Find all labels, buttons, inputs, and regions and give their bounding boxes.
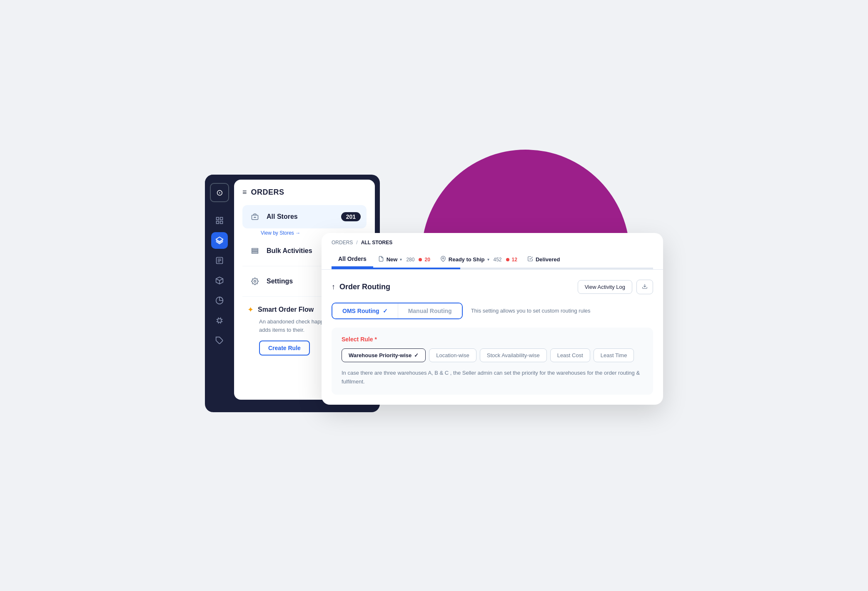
smart-flow-title: Smart Order Flow: [258, 306, 314, 313]
svg-rect-10: [218, 319, 221, 322]
tab-group-delivered[interactable]: Delivered: [522, 253, 565, 265]
delivered-tab-icon: [527, 256, 533, 263]
rule-tab-warehouse-check: ✓: [414, 352, 419, 358]
toggle-group: OMS Routing ✓ Manual Routing: [332, 303, 463, 319]
rule-tab-least-cost-label: Least Cost: [557, 352, 583, 358]
new-tab-label: New: [387, 256, 398, 263]
delivered-tab-label: Delivered: [536, 256, 560, 263]
rule-tab-warehouse[interactable]: Warehouse Priority-wise ✓: [342, 348, 426, 362]
app-logo: ⊙: [210, 183, 229, 202]
rule-tab-stock[interactable]: Stock Availability-wise: [480, 348, 547, 362]
scroll-indicator: [332, 268, 653, 269]
breadcrumb-parent: ORDERS: [332, 240, 353, 245]
manual-routing-option[interactable]: Manual Routing: [398, 303, 462, 318]
new-tab-dot: [419, 258, 422, 261]
svg-rect-3: [220, 221, 223, 224]
rule-tab-stock-label: Stock Availability-wise: [487, 352, 540, 358]
icon-rail: ⊙: [205, 175, 234, 400]
download-button[interactable]: [636, 280, 653, 294]
tag-icon-btn[interactable]: [211, 332, 228, 349]
required-asterisk: *: [374, 336, 377, 343]
chart-icon-btn[interactable]: [211, 292, 228, 309]
main-header: ORDERS / ALL STORES All Orders New ▾: [322, 233, 663, 270]
rule-tab-warehouse-label: Warehouse Priority-wise: [349, 352, 412, 358]
svg-point-26: [254, 280, 256, 283]
orders-title: ORDERS: [251, 188, 284, 197]
routing-arrow-icon: ↑: [332, 283, 335, 291]
tab-group-ready[interactable]: Ready to Ship ▾ 452 12: [435, 253, 522, 265]
sidebar-item-all-stores[interactable]: All Stores 201: [242, 205, 367, 228]
view-activity-log-button[interactable]: View Activity Log: [578, 280, 632, 294]
all-stores-label: All Stores: [267, 213, 341, 220]
cube-icon-btn[interactable]: [211, 272, 228, 289]
new-tab-arrow: ▾: [400, 257, 402, 262]
ready-tab-icon: [440, 256, 446, 263]
ready-tab-dot-count: 12: [512, 257, 517, 263]
new-tab-icon: [378, 256, 384, 263]
menu-header: ≡ ORDERS: [242, 188, 367, 197]
select-rule-section: Select Rule * Warehouse Priority-wise ✓ …: [332, 328, 653, 395]
rule-tab-least-cost[interactable]: Least Cost: [550, 348, 590, 362]
svg-rect-0: [217, 218, 219, 220]
rule-tab-least-time[interactable]: Least Time: [594, 348, 634, 362]
ready-tab-label: Ready to Ship: [449, 256, 485, 263]
ready-tab-arrow: ▾: [487, 257, 489, 262]
breadcrumb-sep: /: [356, 240, 357, 245]
bulk-activities-icon: [248, 244, 262, 258]
grid-icon-btn[interactable]: [211, 212, 228, 229]
ready-tab-count: 452: [494, 257, 502, 263]
rule-tabs: Warehouse Priority-wise ✓ Location-wise …: [342, 348, 643, 362]
scene: ⊙: [205, 150, 663, 441]
tab-group-new[interactable]: New ▾ 280 20: [373, 253, 435, 265]
routing-section: ↑ Order Routing View Activity Log: [322, 270, 663, 405]
rule-tab-least-time-label: Least Time: [601, 352, 627, 358]
book-icon-btn[interactable]: [211, 252, 228, 269]
all-stores-badge: 201: [341, 212, 361, 221]
oms-routing-option[interactable]: OMS Routing ✓: [332, 303, 398, 318]
smart-flow-icon: ✦: [247, 305, 254, 314]
rule-description: In case there are three warehouses A, B …: [342, 369, 643, 386]
routing-title: ↑ Order Routing: [332, 283, 390, 291]
svg-rect-1: [220, 218, 223, 220]
rule-tab-location[interactable]: Location-wise: [429, 348, 476, 362]
all-stores-icon: [248, 210, 262, 223]
rule-tab-location-label: Location-wise: [436, 352, 469, 358]
svg-rect-2: [217, 221, 219, 224]
hamburger-icon: ≡: [242, 188, 247, 197]
routing-title-text: Order Routing: [339, 283, 390, 291]
select-rule-label: Select Rule *: [342, 336, 643, 343]
settings-icon: [248, 275, 262, 288]
new-tab-count: 280: [406, 257, 414, 263]
create-rule-button[interactable]: Create Rule: [259, 341, 310, 356]
routing-desc: This setting allows you to set custom ro…: [471, 307, 591, 315]
svg-point-27: [442, 258, 444, 259]
breadcrumb-current: ALL STORES: [361, 240, 393, 245]
tabs-row: All Orders New ▾ 280 20: [332, 251, 653, 268]
svg-rect-25: [252, 252, 258, 253]
routing-header: ↑ Order Routing View Activity Log: [332, 280, 653, 294]
oms-check-icon: ✓: [383, 308, 388, 314]
main-card: ORDERS / ALL STORES All Orders New ▾: [322, 233, 663, 405]
logo-icon: ⊙: [216, 188, 223, 198]
layers-icon-btn[interactable]: [211, 232, 228, 249]
chip-icon-btn[interactable]: [211, 312, 228, 329]
new-tab-dot-count: 20: [424, 257, 430, 263]
ready-tab-dot: [506, 258, 509, 261]
routing-actions: View Activity Log: [578, 280, 653, 294]
tab-all-orders[interactable]: All Orders: [332, 251, 373, 268]
svg-rect-24: [252, 250, 258, 252]
breadcrumb: ORDERS / ALL STORES: [332, 240, 653, 245]
oms-label: OMS Routing: [342, 308, 379, 314]
manual-label: Manual Routing: [408, 308, 452, 314]
routing-toggle: OMS Routing ✓ Manual Routing This settin…: [332, 303, 653, 319]
svg-rect-23: [252, 248, 258, 250]
